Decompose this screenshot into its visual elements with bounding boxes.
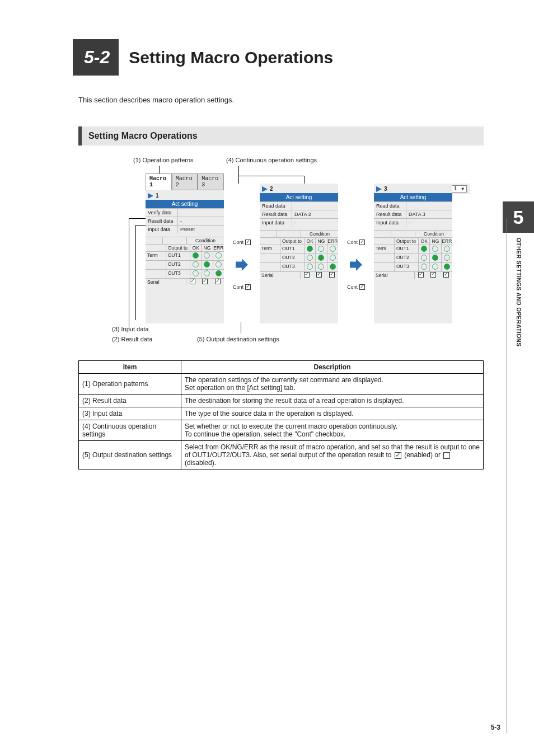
status-dot xyxy=(421,246,427,252)
grid-condition: Condition xyxy=(187,237,224,244)
status-dot xyxy=(318,255,324,261)
checkbox-icon[interactable] xyxy=(190,279,195,284)
callout-3: (3) Input data xyxy=(112,326,148,332)
callout-2: (2) Result data xyxy=(112,336,152,342)
svg-marker-4 xyxy=(376,186,382,192)
panel-index: 1 xyxy=(156,192,159,199)
svg-marker-0 xyxy=(148,193,153,199)
grid-output-to: Output to xyxy=(280,238,305,245)
cont-checkbox[interactable] xyxy=(359,284,365,290)
desc-cell: The destination for storing the result d… xyxy=(181,395,484,407)
status-dot xyxy=(432,246,438,252)
kv-key: Input data xyxy=(146,226,178,233)
kv-key: Result data xyxy=(146,217,178,225)
arrow-right-icon xyxy=(236,259,248,271)
callout-line xyxy=(304,176,305,184)
tab-macro-2[interactable]: Macro 2 xyxy=(172,173,198,190)
operation-panel-3: 3 Act setting Read data Result dataDATA … xyxy=(374,184,452,323)
cont-checkbox[interactable] xyxy=(245,284,251,290)
grid-term: Term xyxy=(374,245,395,253)
checkbox-icon[interactable] xyxy=(304,272,310,278)
intro-paragraph: This section describes macro operation s… xyxy=(78,96,484,104)
table-row: (5) Output destination settings Select f… xyxy=(79,441,484,469)
grid-col: OK xyxy=(419,238,430,245)
grid-col: OK xyxy=(190,245,202,251)
description-table: Item Description (1) Operation patterns … xyxy=(78,360,484,469)
output-grid: Condition Output toOKNGERR TermOUT1 OUT2… xyxy=(260,230,338,279)
desc-line: The operation settings of the currently … xyxy=(185,376,383,384)
status-dot xyxy=(307,264,313,270)
grid-row: OUT2 xyxy=(280,254,305,262)
tab-macro-3[interactable]: Macro 3 xyxy=(198,173,224,190)
svg-marker-1 xyxy=(236,259,248,271)
status-dot xyxy=(421,264,427,270)
grid-condition: Condition xyxy=(301,231,338,237)
kv-val: DATA 2 xyxy=(292,210,338,218)
item-cell: (4) Continuous operation settings xyxy=(79,420,181,441)
status-dot xyxy=(432,264,438,270)
status-dot xyxy=(318,264,324,270)
kv-key: Input data xyxy=(260,219,292,227)
callout-line xyxy=(238,176,239,184)
tab-macro-1[interactable]: Macro 1 xyxy=(146,173,172,190)
status-dot xyxy=(216,252,222,259)
callout-line xyxy=(135,225,146,226)
kv-val xyxy=(406,202,452,210)
grid-condition: Condition xyxy=(415,231,452,237)
callout-4: (4) Continuous operation settings xyxy=(226,157,394,163)
cont-label: Cont xyxy=(347,240,358,245)
act-setting-header: Act setting xyxy=(146,200,224,208)
play-icon xyxy=(148,193,153,199)
grid-output-to: Output to xyxy=(166,245,190,251)
panel-index: 2 xyxy=(270,186,273,192)
output-grid: Condition Output toOKNGERR TermOUT1 OUT2… xyxy=(146,237,224,285)
play-icon xyxy=(376,186,382,192)
grid-serial: Serial xyxy=(374,272,415,279)
desc-line: Set whether or not to execute the curren… xyxy=(185,422,397,430)
table-row: (1) Operation patterns The operation set… xyxy=(79,374,484,395)
checkbox-icon[interactable] xyxy=(443,272,449,278)
grid-term: Term xyxy=(260,245,280,253)
desc-cell: Select from OK/NG/ERR as the result of m… xyxy=(181,441,484,469)
grid-col: NG xyxy=(430,238,441,245)
table-row: (4) Continuous operation settings Set wh… xyxy=(79,420,484,441)
section-title: Setting Macro Operations xyxy=(129,48,333,67)
kv-key: Read data xyxy=(374,202,406,210)
grid-row: OUT1 xyxy=(166,252,190,260)
checkbox-icon[interactable] xyxy=(430,272,436,278)
callout-line xyxy=(135,225,136,320)
cont-checkbox[interactable] xyxy=(359,240,365,245)
item-cell: (1) Operation patterns xyxy=(79,374,181,395)
table-row: (3) Input data The type of the source da… xyxy=(79,407,484,420)
grid-row: OUT1 xyxy=(280,245,305,253)
grid-row: OUT1 xyxy=(395,245,419,253)
callout-line xyxy=(129,218,146,219)
grid-row: OUT2 xyxy=(395,254,419,262)
grid-col: NG xyxy=(316,238,327,245)
checkbox-icon[interactable] xyxy=(215,279,221,284)
cont-label: Cont xyxy=(233,284,243,290)
desc-line: Set operation on the [Act setting] tab. xyxy=(185,384,295,392)
cont-checkbox[interactable] xyxy=(245,240,251,245)
output-grid: Condition Output toOKNGERR TermOUT1 OUT2… xyxy=(374,230,452,279)
desc-line: (enabled) or xyxy=(404,451,442,459)
callout-line xyxy=(129,218,129,330)
arrow-right-icon xyxy=(350,259,362,271)
checkbox-icon[interactable] xyxy=(202,279,208,284)
grid-col: ERR xyxy=(442,238,452,245)
kv-key: Result data xyxy=(260,210,292,218)
checkbox-icon[interactable] xyxy=(329,272,335,278)
status-dot xyxy=(193,261,199,267)
checkbox-icon[interactable] xyxy=(418,272,424,278)
kv-val: Preset xyxy=(178,226,224,233)
desc-line: To continue the operation, select the "C… xyxy=(185,430,345,438)
act-setting-header: Act setting xyxy=(260,193,338,201)
grid-serial: Serial xyxy=(260,272,301,279)
callout-5: (5) Output destination settings xyxy=(197,336,279,342)
checkbox-icon[interactable] xyxy=(316,272,322,278)
status-dot xyxy=(444,264,450,270)
panel-connector: Cont Cont xyxy=(235,184,249,323)
chapter-tab-number: 5 xyxy=(503,201,534,233)
grid-col: OK xyxy=(305,238,316,245)
kv-key: Input data xyxy=(374,219,406,227)
